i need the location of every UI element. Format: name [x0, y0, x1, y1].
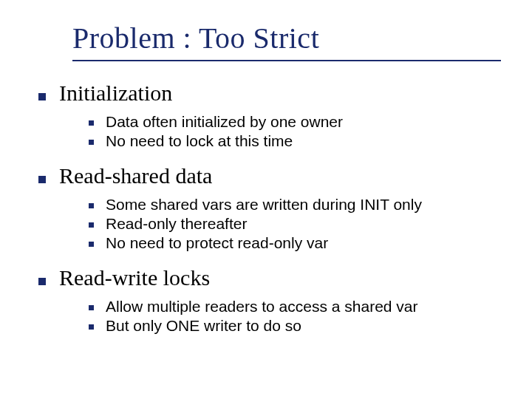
list-item: But only ONE writer to do so: [89, 317, 502, 335]
square-bullet-icon: [89, 222, 94, 228]
list-item: Read-shared data Some shared vars are wr…: [30, 163, 502, 252]
list-item: Read-only thereafter: [89, 215, 502, 233]
sub-bullet-text: Read-only thereafter: [106, 215, 247, 233]
list-item: Some shared vars are written during INIT…: [89, 196, 502, 214]
list-item: No need to protect read-only var: [89, 234, 502, 252]
list-item: Read-write locks Allow multiple readers …: [30, 265, 502, 335]
section-heading-line: Read-write locks: [38, 265, 502, 290]
sub-bullet-list: Data often initialized by one owner No n…: [89, 113, 502, 150]
square-bullet-icon: [89, 324, 94, 330]
sub-bullet-list: Allow multiple readers to access a share…: [89, 298, 502, 335]
title-underline: [72, 60, 501, 61]
section-heading: Read-write locks: [59, 265, 210, 290]
sub-bullet-text: No need to protect read-only var: [106, 234, 328, 252]
square-bullet-icon: [89, 120, 94, 126]
sub-bullet-text: Data often initialized by one owner: [106, 113, 343, 131]
slide-title: Problem : Too Strict: [72, 21, 502, 55]
section-heading: Read-shared data: [59, 163, 212, 188]
list-item: No need to lock at this time: [89, 132, 502, 150]
list-item: Initialization Data often initialized by…: [30, 81, 502, 150]
square-bullet-icon: [38, 278, 46, 285]
square-bullet-icon: [38, 176, 46, 183]
slide: Problem : Too Strict Initialization Data…: [0, 0, 532, 399]
square-bullet-icon: [89, 305, 94, 310]
sub-bullet-text: Some shared vars are written during INIT…: [106, 196, 422, 214]
sub-bullet-text: No need to lock at this time: [106, 132, 293, 150]
bullet-list: Initialization Data often initialized by…: [30, 81, 502, 335]
sub-bullet-text: Allow multiple readers to access a share…: [106, 298, 418, 316]
section-heading-line: Initialization: [38, 81, 502, 106]
list-item: Data often initialized by one owner: [89, 113, 502, 131]
square-bullet-icon: [89, 242, 94, 247]
list-item: Allow multiple readers to access a share…: [89, 298, 502, 316]
square-bullet-icon: [89, 140, 94, 145]
section-heading: Initialization: [59, 81, 172, 106]
sub-bullet-list: Some shared vars are written during INIT…: [89, 196, 502, 252]
section-heading-line: Read-shared data: [38, 163, 502, 188]
sub-bullet-text: But only ONE writer to do so: [106, 317, 301, 335]
square-bullet-icon: [38, 93, 46, 100]
square-bullet-icon: [89, 203, 94, 208]
